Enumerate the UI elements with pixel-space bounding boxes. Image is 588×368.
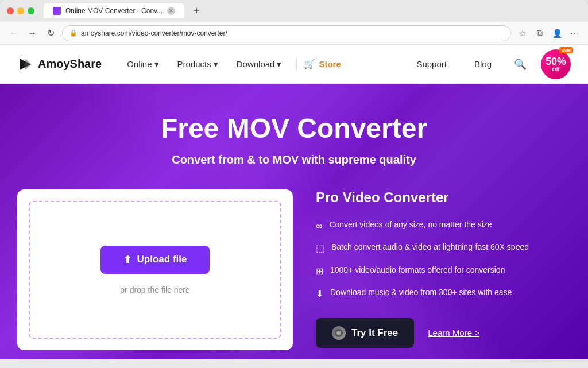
sale-percent: 50% <box>546 56 566 67</box>
security-lock-icon: 🔒 <box>69 29 78 37</box>
try-free-button[interactable]: Try It Free <box>316 318 414 348</box>
nav-online[interactable]: Online ▾ <box>119 55 167 74</box>
feature-text: 1000+ video/audio formats offered for co… <box>330 265 505 276</box>
batch-icon: ⬚ <box>316 242 324 255</box>
svg-point-4 <box>338 332 340 334</box>
bookmark-button[interactable]: ☆ <box>516 26 529 40</box>
traffic-lights <box>7 7 34 14</box>
download-icon: ⬇ <box>316 288 323 300</box>
list-item: ⊞ 1000+ video/audio formats offered for … <box>316 265 571 278</box>
new-tab-button[interactable]: + <box>189 5 204 17</box>
nav-separator <box>296 57 297 71</box>
nav-products[interactable]: Products ▾ <box>169 55 226 74</box>
nav-support[interactable]: Support <box>408 55 455 73</box>
site-navbar: AmoyShare Online ▾ Products ▾ Download ▾… <box>0 45 588 84</box>
svg-marker-1 <box>25 59 31 70</box>
pro-section-title: Pro Video Converter <box>316 189 571 206</box>
hero-title: Free MOV Converter <box>17 113 571 144</box>
minimize-window-button[interactable] <box>17 7 24 14</box>
os-icon <box>332 326 346 340</box>
nav-download[interactable]: Download ▾ <box>229 55 290 74</box>
split-view-button[interactable]: ⧉ <box>533 26 547 40</box>
list-item: ∞ Convert videos of any size, no matter … <box>316 219 571 233</box>
list-item: ⬚ Batch convert audio & video at lightni… <box>316 242 571 255</box>
feature-list: ∞ Convert videos of any size, no matter … <box>316 219 571 301</box>
hero-subtitle: Convert from & to MOV with supreme quali… <box>17 153 571 166</box>
hero-text: Free MOV Converter Convert from & to MOV… <box>17 113 571 166</box>
infinity-icon: ∞ <box>316 220 322 233</box>
sale-tag-label: Sale <box>559 47 573 53</box>
maximize-window-button[interactable] <box>28 7 34 14</box>
feature-text: Convert videos of any size, no matter th… <box>329 219 492 231</box>
tab-favicon <box>53 7 61 15</box>
website-content: AmoyShare Online ▾ Products ▾ Download ▾… <box>0 45 588 359</box>
cart-icon: 🛒 <box>304 59 315 69</box>
logo-icon <box>17 56 33 72</box>
browser-tab[interactable]: Online MOV Converter - Conv... ✕ <box>44 3 184 18</box>
feature-text: Batch convert audio & video at lightning… <box>331 242 529 253</box>
browser-window: Online MOV Converter - Conv... ✕ + ← → ↻… <box>0 0 588 359</box>
chevron-down-icon: ▾ <box>154 59 159 69</box>
browser-toolbar: ← → ↻ 🔒 amoyshare.com/video-converter/mo… <box>0 22 588 45</box>
hero-section: Free MOV Converter Convert from & to MOV… <box>0 84 588 359</box>
search-button[interactable]: 🔍 <box>511 55 529 73</box>
toolbar-actions: ☆ ⧉ 👤 ⋯ <box>516 26 581 40</box>
address-bar[interactable]: 🔒 amoyshare.com/video-converter/mov-conv… <box>62 25 511 41</box>
chevron-down-icon: ▾ <box>214 59 218 69</box>
nav-right: Support Blog 🔍 Sale 50% Off <box>408 49 571 79</box>
tab-title: Online MOV Converter - Conv... <box>65 7 163 15</box>
formats-icon: ⊞ <box>316 265 323 278</box>
nav-links: Online ▾ Products ▾ Download ▾ 🛒 Store <box>119 55 408 74</box>
back-button[interactable]: ← <box>7 26 21 40</box>
reload-button[interactable]: ↻ <box>44 26 57 40</box>
learn-more-link[interactable]: Learn More > <box>428 328 479 338</box>
chevron-down-icon: ▾ <box>277 59 281 69</box>
hero-bottom: ⬆ Upload file or drop the file here Pro … <box>17 189 571 350</box>
logo-text: AmoyShare <box>38 57 102 71</box>
tab-close-button[interactable]: ✕ <box>167 7 175 15</box>
cta-buttons: Try It Free Learn More > <box>316 318 571 348</box>
sale-off-label: Off <box>552 67 560 72</box>
search-icon: 🔍 <box>514 58 527 71</box>
feature-text: Download music & video from 300+ sites w… <box>330 287 512 299</box>
nav-blog[interactable]: Blog <box>466 55 500 73</box>
upload-box: ⬆ Upload file or drop the file here <box>17 189 293 350</box>
pro-section: Pro Video Converter ∞ Convert videos of … <box>316 189 571 348</box>
close-window-button[interactable] <box>7 7 14 14</box>
list-item: ⬇ Download music & video from 300+ sites… <box>316 287 571 300</box>
upload-file-button[interactable]: ⬆ Upload file <box>100 246 210 274</box>
sale-badge[interactable]: Sale 50% Off <box>541 49 571 79</box>
profile-button[interactable]: 👤 <box>550 26 564 40</box>
upload-hint: or drop the file here <box>120 285 189 295</box>
nav-store[interactable]: 🛒 Store <box>304 59 341 69</box>
forward-button[interactable]: → <box>25 26 39 40</box>
extensions-button[interactable]: ⋯ <box>567 26 581 40</box>
upload-icon: ⬆ <box>123 254 131 266</box>
browser-titlebar: Online MOV Converter - Conv... ✕ + <box>0 0 588 22</box>
site-logo[interactable]: AmoyShare <box>17 56 102 72</box>
url-text: amoyshare.com/video-converter/mov-conver… <box>81 29 227 37</box>
upload-drop-area[interactable]: ⬆ Upload file or drop the file here <box>29 201 281 339</box>
